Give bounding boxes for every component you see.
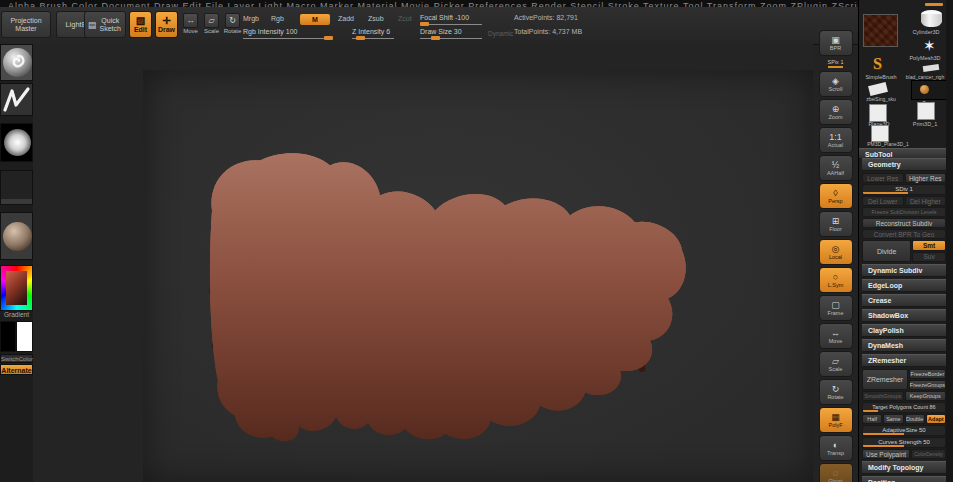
- tool-item-label[interactable]: Prim3D_1: [903, 121, 947, 127]
- secondary-color-swatch[interactable]: [16, 321, 33, 352]
- freeze-subdivision-levels-button[interactable]: Freeze SubDivision Levels: [862, 207, 946, 217]
- m-toggle[interactable]: M: [300, 14, 330, 25]
- half-button[interactable]: Half: [862, 414, 882, 424]
- move-button[interactable]: ↔ Move: [182, 13, 199, 37]
- color-picker-sv-square[interactable]: [6, 271, 27, 305]
- del-higher-button[interactable]: Del Higher: [905, 196, 947, 206]
- crease-header[interactable]: Crease: [862, 294, 946, 307]
- draw-size-slider[interactable]: Draw Size 30: [420, 28, 462, 35]
- rgb-intensity-slider[interactable]: Rgb Intensity 100: [243, 28, 297, 35]
- focal-shift-handle[interactable]: [420, 22, 429, 26]
- mrgb-toggle[interactable]: Mrgb: [243, 15, 259, 22]
- zsub-toggle[interactable]: Zsub: [368, 15, 384, 22]
- target-polygons-count-slider[interactable]: Target Polygons Count 86: [862, 402, 946, 413]
- focal-shift-track[interactable]: [420, 24, 482, 25]
- dynamic-toggle[interactable]: Dynamic: [488, 30, 513, 37]
- smt-toggle[interactable]: Smt: [912, 240, 946, 251]
- shelf-button-ghost[interactable]: ◌ Ghost: [819, 463, 853, 482]
- keep-groups-toggle[interactable]: KeepGroups: [905, 391, 947, 401]
- current-tool-thumbnail[interactable]: [863, 14, 898, 47]
- shelf-button-local[interactable]: ◎ Local: [819, 239, 853, 265]
- main-color-swatch[interactable]: [0, 321, 16, 352]
- adapt-toggle[interactable]: Adapt: [926, 414, 946, 424]
- use-polypaint-button[interactable]: Use Polypaint: [862, 449, 910, 459]
- shelf-button-actual[interactable]: 1:1 Actual: [819, 127, 853, 153]
- document-viewport[interactable]: [143, 70, 813, 482]
- shelf-button-rotate[interactable]: ↻ Rotate: [819, 379, 853, 405]
- plane3d-icon[interactable]: [869, 104, 887, 122]
- rgb-intensity-track[interactable]: [243, 38, 333, 39]
- edgeloop-header[interactable]: EdgeLoop: [862, 279, 946, 292]
- rgb-toggle[interactable]: Rgb: [271, 15, 284, 22]
- rgb-intensity-handle[interactable]: [324, 36, 333, 40]
- color-density-button[interactable]: ColorDensity: [911, 449, 946, 459]
- dynamesh-header[interactable]: DynaMesh: [862, 339, 946, 352]
- shelf-button-aahalf[interactable]: ½ AAHalf: [819, 155, 853, 181]
- stroke-thumbnail[interactable]: [0, 83, 33, 116]
- dynamic-subdiv-header[interactable]: Dynamic Subdiv: [862, 264, 946, 277]
- higher-res-button[interactable]: Higher Res: [905, 173, 947, 183]
- rock-mesh-model[interactable]: [190, 138, 700, 443]
- color-picker[interactable]: [0, 265, 33, 311]
- shelf-button-floor[interactable]: ⊞ Floor: [819, 211, 853, 237]
- shelf-button-scroll[interactable]: ◈ Scroll: [819, 71, 853, 97]
- draw-size-handle[interactable]: [431, 36, 440, 40]
- pm3d-plane-icon[interactable]: [871, 125, 889, 142]
- shelf-button-scale[interactable]: ▱ Scale: [819, 351, 853, 377]
- texture-thumbnail[interactable]: [0, 170, 33, 205]
- brush-thumbnail[interactable]: [0, 44, 33, 81]
- del-lower-button[interactable]: Del Lower: [862, 196, 904, 206]
- tool-item-label[interactable]: PolyMesh3D: [903, 55, 947, 61]
- shelf-button-spix[interactable]: SPix 1: [820, 58, 852, 69]
- switch-color-button[interactable]: SwitchColor: [0, 354, 33, 363]
- palette-scroll-slider[interactable]: [925, 3, 943, 6]
- rotate-button[interactable]: ↻ Rotate: [224, 13, 241, 37]
- same-button[interactable]: Same: [883, 414, 903, 424]
- alternate-button[interactable]: Alternate: [0, 364, 33, 375]
- shelf-button-polyf[interactable]: ▦ PolyF: [819, 407, 853, 433]
- tool-thumb-icon[interactable]: [868, 82, 888, 96]
- shelf-button-persp[interactable]: ◊ Persp: [819, 183, 853, 209]
- smooth-groups-button[interactable]: SmoothGroups: [862, 391, 904, 401]
- geometry-section-header[interactable]: Geometry: [862, 158, 946, 171]
- material-thumbnail[interactable]: [0, 212, 33, 260]
- foot-tool-thumbnail[interactable]: [911, 80, 947, 100]
- freeze-groups-toggle[interactable]: FreezeGroups: [909, 380, 946, 390]
- lower-res-button[interactable]: Lower Res: [862, 173, 904, 183]
- shelf-button-bpr[interactable]: ▣ BPR: [819, 30, 853, 56]
- reconstruct-subdiv-button[interactable]: Reconstruct Subdiv: [862, 218, 946, 228]
- simplebrush-icon[interactable]: S: [873, 56, 882, 72]
- projection-master-button[interactable]: Projection Master: [1, 11, 51, 38]
- z-intensity-slider[interactable]: Z Intensity 6: [352, 28, 390, 35]
- draw-button[interactable]: ✛ Draw: [155, 11, 178, 38]
- shelf-button-zoom[interactable]: ⊕ Zoom: [819, 99, 853, 125]
- menu-bar[interactable]: Alpha Brush Color Document Draw Edit Fil…: [0, 0, 953, 7]
- curves-strength-slider[interactable]: Curves Strength 50: [862, 437, 946, 448]
- tool-item-label[interactable]: zbeiSing_sku: [859, 96, 903, 102]
- convert-bpr-to-geo-button[interactable]: Convert BPR To Geo: [862, 229, 946, 239]
- tool-thumb-icon[interactable]: [923, 64, 940, 72]
- scale-button[interactable]: ▱ Scale: [203, 13, 220, 37]
- shadowbox-header[interactable]: ShadowBox: [862, 309, 946, 322]
- freeze-border-toggle[interactable]: FreezeBorder: [909, 369, 946, 379]
- quick-sketch-button[interactable]: ▤ Quick Sketch: [84, 11, 126, 38]
- cylinder3d-icon-body[interactable]: [921, 14, 942, 27]
- focal-shift-slider[interactable]: Focal Shift -100: [420, 14, 469, 21]
- modify-topology-header[interactable]: Modify Topology: [862, 461, 946, 474]
- zremesher-button[interactable]: ZRemesher: [862, 369, 908, 390]
- z-intensity-handle[interactable]: [356, 36, 365, 40]
- shelf-button-move[interactable]: ↔ Move: [819, 323, 853, 349]
- panel-scroll-edge[interactable]: [946, 0, 953, 482]
- tool-item-label[interactable]: Cylinder3D: [905, 29, 947, 35]
- shelf-button-frame[interactable]: ▢ Frame: [819, 295, 853, 321]
- claypolish-header[interactable]: ClayPolish: [862, 324, 946, 337]
- shelf-button-transp[interactable]: ◐ Transp: [819, 435, 853, 461]
- adaptive-size-slider[interactable]: AdaptiveSize 50: [862, 425, 946, 436]
- zadd-toggle[interactable]: Zadd: [338, 15, 354, 22]
- position-header[interactable]: Position: [862, 476, 946, 482]
- double-button[interactable]: Double: [905, 414, 925, 424]
- shelf-button-lsym[interactable]: ○ L.Sym: [819, 267, 853, 293]
- prim3d-icon[interactable]: [917, 102, 935, 120]
- zremesher-header[interactable]: ZRemesher: [862, 354, 946, 367]
- suv-toggle[interactable]: Suv: [912, 252, 946, 263]
